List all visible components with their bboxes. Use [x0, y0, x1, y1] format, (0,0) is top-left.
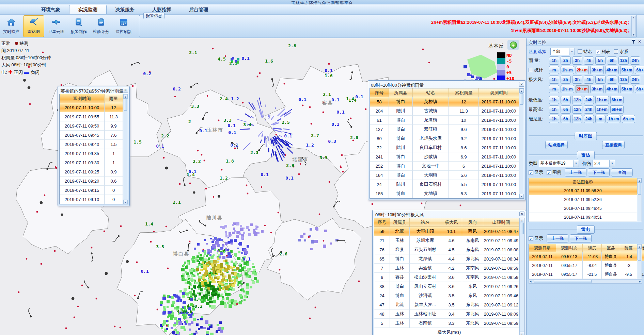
time-button-1h+m[interactable]: 1h+m: [595, 96, 609, 104]
time-button-12h[interactable]: 12h: [572, 115, 582, 123]
column-header-区县[interactable]: 区县: [602, 244, 620, 252]
scroll-up-icon[interactable]: ▲: [520, 218, 524, 222]
scroll-thumb[interactable]: [520, 93, 523, 105]
time-button-1h[interactable]: 1h: [549, 76, 559, 84]
scroll-up-icon[interactable]: ▲: [632, 16, 635, 19]
time-button-6h[interactable]: 6h: [561, 115, 571, 123]
option-站名-checkbox[interactable]: [578, 49, 582, 54]
time-button-3h+m[interactable]: 3h+m: [590, 85, 604, 93]
table-row[interactable]: 24陆川良田石垌村5.52019-07-11 10:00: [370, 180, 524, 189]
table-row[interactable]: 59北流大容山顶10.1西风2019-07-11 08:47: [374, 227, 524, 236]
lightning-next-button[interactable]: 下一张: [570, 234, 592, 242]
table-row[interactable]: 2019-07-11 09:351: [60, 149, 128, 158]
table-row[interactable]: 2019-07-11 09:250.9: [60, 167, 128, 177]
time-button-2h+m[interactable]: 2h+m: [576, 66, 589, 74]
time-button-5h+m[interactable]: 5h+m: [620, 66, 634, 74]
lightning-prev-button[interactable]: 上一张: [547, 234, 568, 242]
time-button-4h[interactable]: 4h: [584, 56, 594, 65]
time-button-1h+m[interactable]: 1h+m: [561, 66, 574, 74]
scroll-up-icon[interactable]: ▲: [123, 94, 128, 99]
scroll-thumb[interactable]: [638, 183, 641, 195]
table-row[interactable]: 2019-07-11 09:5511.3: [60, 112, 128, 121]
menu-tab-2[interactable]: 实况监测: [69, 5, 107, 14]
radar-table-scrollbar[interactable]: ▲: [637, 178, 642, 222]
window-title-bar[interactable]: 08时~10时00分钟极大风✕: [374, 211, 524, 218]
time-button-6h+m[interactable]: 6h+m: [635, 66, 644, 74]
scroll-down-icon[interactable]: ▼: [632, 34, 635, 36]
lightning-show-checkbox[interactable]: ✔: [529, 236, 533, 241]
column-header-风向[interactable]: 风向: [462, 218, 483, 227]
time-button-24h[interactable]: 24h: [630, 56, 640, 65]
radar-next-button[interactable]: 下一张: [588, 168, 610, 177]
table-row[interactable]: 80博白老虎头水库9.22019-07-11 10:00: [370, 134, 524, 143]
radar-prev-button[interactable]: 上一张: [565, 168, 586, 177]
lightning-table-row[interactable]: 2019-07-1109:57:13-11.03博白县-1.4: [529, 252, 642, 261]
time-button-4h+m[interactable]: 4h+m: [605, 66, 619, 74]
time-button-3h[interactable]: 3h: [572, 56, 582, 65]
table-row[interactable]: 7玉林卖酒镇4.2东南风2019-07-11 09:59: [374, 264, 524, 273]
radar-legend-checkbox[interactable]: ✔: [547, 170, 551, 175]
time-button-4h+m[interactable]: 4h+m: [605, 85, 619, 93]
table-row[interactable]: 2019-07-11 09:100: [60, 195, 128, 204]
time-button-12h[interactable]: 12h: [572, 96, 582, 104]
column-header-观测日期[interactable]: 观测日期: [529, 244, 556, 252]
table-row[interactable]: 2019-07-11 09:457.6: [60, 131, 128, 140]
time-button-5h+m[interactable]: 5h+m: [620, 85, 634, 93]
time-button-2h[interactable]: 2h: [561, 76, 571, 84]
time-button-24h[interactable]: 24h: [584, 115, 594, 123]
lightning-hscrollbar[interactable]: ◀▶: [529, 279, 642, 284]
time-button-3h[interactable]: 3h: [572, 76, 582, 84]
menu-tab-5[interactable]: 后台管理: [180, 5, 217, 14]
table-row[interactable]: 47北流新丰大罗...3.5东北风2019-07-11 09:12: [374, 300, 524, 309]
table-row[interactable]: 65博白龙潭镇4.4东北风2019-07-11 08:34: [374, 254, 524, 264]
alarm-scrollbar[interactable]: ▲ ▼: [631, 16, 636, 36]
table-row[interactable]: 185博白文地镇5.32019-07-11 10:00: [370, 189, 524, 198]
time-button-1h[interactable]: 1h: [549, 96, 559, 104]
time-button-6h[interactable]: 6h: [561, 105, 571, 114]
radar-query-button[interactable]: 查询: [611, 168, 633, 177]
time-button-12h[interactable]: 12h: [618, 76, 629, 84]
lightning-table-scrollbar[interactable]: ▲: [637, 244, 642, 279]
window-title-bar[interactable]: 英桥镇(N5702)逐5分钟累计雨量✕: [59, 87, 128, 94]
table-row[interactable]: 48玉林玉林站旧址3.4东北风2019-07-11 09:09: [374, 309, 524, 319]
table-row[interactable]: 2019-07-11 09:509.9: [60, 121, 128, 131]
time-button-5h[interactable]: 5h: [595, 76, 606, 84]
time-button-m[interactable]: m: [549, 85, 559, 93]
column-header-强度[interactable]: 强度: [583, 244, 602, 252]
column-header-所属县[interactable]: 所属县: [390, 218, 410, 227]
table-row[interactable]: 61博白龙潭镇102019-07-11 10:00: [370, 116, 524, 125]
table-row[interactable]: 204陆川古城镇11.32019-07-11 10:00: [370, 106, 524, 116]
pin-icon[interactable]: [631, 39, 636, 44]
scroll-down-icon[interactable]: ▼: [520, 332, 524, 335]
table-row[interactable]: 2019-07-11 09:150: [60, 186, 128, 195]
time-button-24h[interactable]: 24h: [630, 76, 640, 84]
table-row[interactable]: 241博白沙陂镇6.92019-07-11 10:00: [370, 152, 524, 162]
time-button-1h+m[interactable]: 1h+m: [595, 105, 609, 114]
radar-table-row[interactable]: 2019-07-11 09:40:51: [529, 213, 642, 222]
scroll-up-icon[interactable]: ▲: [519, 88, 524, 93]
time-button-2h[interactable]: 2h: [561, 56, 571, 65]
scroll-right-icon[interactable]: ▶: [639, 280, 641, 283]
district-dropdown[interactable]: 全部▼: [550, 48, 575, 55]
time-button-12h[interactable]: 12h: [572, 105, 582, 114]
column-header-观测时间[interactable]: 观测时间: [479, 88, 519, 97]
button-直接查询[interactable]: 直接查询: [602, 141, 625, 149]
scroll-left-icon[interactable]: ◀: [530, 280, 531, 283]
column-header-观测时间[interactable]: 观测时间: [60, 94, 105, 103]
table-row[interactable]: 58博白英桥镇122019-07-11 10:00: [370, 97, 524, 106]
toolbar-button-监控刷新[interactable]: 监控刷新: [113, 15, 134, 37]
time-button-m[interactable]: m: [595, 115, 606, 123]
menu-tab-1[interactable]: 环境气象: [32, 5, 69, 14]
table-row[interactable]: 76容县石头石剑村4.5东南风2019-07-11 08:08: [374, 245, 524, 254]
time-button-1h[interactable]: 1h: [549, 56, 559, 65]
window-close-icon[interactable]: ✕: [519, 212, 524, 216]
time-button-1h+m[interactable]: 1h+m: [607, 115, 621, 123]
radar-type-dropdown[interactable]: 基本反射率19▼: [539, 160, 579, 167]
time-button-6h+m[interactable]: 6h+m: [622, 115, 635, 123]
button-站点选择[interactable]: 站点选择: [545, 141, 568, 149]
table-scrollbar[interactable]: ▲▼: [519, 218, 524, 335]
column-header-radarname[interactable]: 雷达图名称: [529, 178, 637, 186]
column-header-所属县[interactable]: 所属县: [389, 88, 413, 97]
toolbar-button-卫星云图[interactable]: 卫星云图: [46, 15, 67, 37]
stat-checkbox[interactable]: [529, 68, 533, 72]
